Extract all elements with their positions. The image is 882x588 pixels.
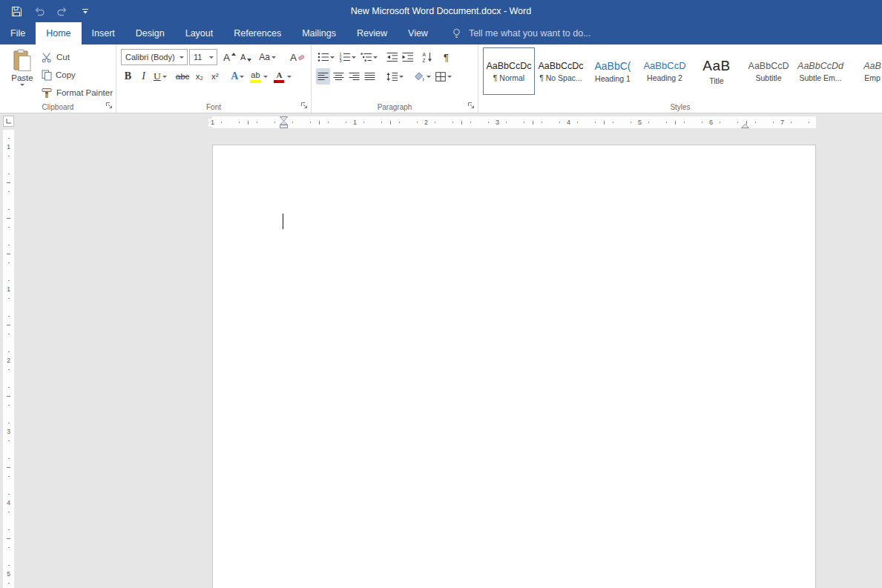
right-indent-marker[interactable] (741, 124, 749, 128)
style-preview: AaBbC( (594, 60, 631, 72)
paragraph-dialog-launcher-icon[interactable] (467, 102, 475, 110)
customize-quick-access-icon[interactable] (79, 4, 92, 18)
multilevel-list-button[interactable] (359, 49, 379, 65)
style-subtitle[interactable]: AaBbCcD Subtitle (743, 47, 794, 95)
style-title[interactable]: AaB Title (691, 47, 743, 95)
paragraph-row-2 (316, 67, 473, 85)
highlight-glyph: ab (251, 70, 260, 79)
clear-formatting-button[interactable]: A (289, 49, 306, 65)
bold-button[interactable]: B (121, 68, 135, 85)
change-case-dropdown-arrow (271, 56, 276, 59)
style-subtle-emphasis[interactable]: AaBbCcDd Subtle Em... (794, 47, 846, 95)
tell-me-box[interactable]: Tell me what you want to do... (450, 22, 591, 44)
highlight-color-button[interactable]: ab (247, 68, 269, 85)
style-heading-2[interactable]: AaBbCcD Heading 2 (639, 47, 691, 95)
font-color-button[interactable]: A (271, 68, 293, 85)
underline-button[interactable]: U (152, 68, 168, 85)
shading-dropdown-arrow (427, 76, 431, 78)
italic-button[interactable]: I (136, 68, 151, 85)
bullets-icon (317, 52, 329, 62)
style-label: Subtitle (755, 73, 781, 82)
clipboard-dialog-launcher-icon[interactable] (105, 102, 113, 110)
tab-stop-selector[interactable] (3, 116, 14, 127)
ruler-number: 7 (778, 119, 786, 127)
align-right-button[interactable] (347, 68, 361, 85)
redo-icon[interactable] (56, 4, 69, 18)
undo-icon[interactable] (33, 4, 46, 18)
copy-button[interactable]: Copy (42, 67, 113, 82)
tab-design[interactable]: Design (125, 22, 175, 44)
text-effects-button[interactable]: A (229, 68, 246, 85)
highlight-dropdown-arrow (263, 76, 268, 78)
paragraph-row-1: 123 AZ ¶ (316, 48, 473, 66)
styles-group-label: Styles (478, 103, 882, 111)
font-size-combo[interactable]: 11 (189, 49, 217, 65)
hanging-indent-marker[interactable] (280, 121, 288, 128)
save-icon[interactable] (10, 4, 23, 18)
borders-button[interactable] (434, 68, 453, 85)
decrease-indent-button[interactable] (385, 49, 399, 65)
tab-file[interactable]: File (0, 22, 36, 44)
tab-references[interactable]: References (223, 22, 292, 44)
font-group: Calibri (Body) 11 A A Aa A (116, 44, 312, 113)
font-name-combo[interactable]: Calibri (Body) (121, 49, 188, 65)
underline-dropdown-arrow (162, 76, 167, 78)
justify-button[interactable] (363, 68, 377, 85)
tab-mailings[interactable]: Mailings (292, 22, 346, 44)
grow-font-button[interactable]: A (222, 49, 237, 65)
title-bar: New Microsoft Word Document.docx - Word (0, 0, 882, 22)
pilcrow-glyph: ¶ (444, 52, 449, 63)
strikethrough-button[interactable]: abc (174, 68, 191, 85)
shading-button[interactable] (412, 68, 432, 85)
ruler-number: 2 (422, 119, 430, 127)
numbering-icon: 123 (339, 52, 350, 62)
text-effects-dropdown-arrow (240, 76, 244, 78)
vruler-number: 4 (3, 499, 14, 506)
cut-button[interactable]: Cut (42, 50, 113, 65)
font-size-value: 11 (194, 53, 206, 62)
style-no-spacing[interactable]: AaBbCcDc ¶ No Spac... (535, 47, 587, 95)
subscript-button[interactable]: x₂ (192, 68, 206, 85)
vertical-ruler[interactable]: 1 1 2 3 4 5 (3, 130, 14, 588)
superscript-glyph: x² (211, 72, 219, 81)
align-center-icon (333, 72, 344, 82)
bold-glyph: B (125, 70, 131, 82)
tab-home[interactable]: Home (36, 22, 81, 44)
increase-indent-icon (402, 52, 413, 62)
vruler-number: 2 (3, 357, 14, 364)
style-normal[interactable]: AaBbCcDc ¶ Normal (483, 47, 535, 95)
tab-review[interactable]: Review (346, 22, 398, 44)
paste-button[interactable]: Paste (6, 47, 39, 101)
clear-formatting-glyph: A (290, 52, 297, 63)
style-heading-1[interactable]: AaBbC( Heading 1 (587, 47, 639, 95)
tab-layout[interactable]: Layout (175, 22, 224, 44)
bullets-button[interactable] (316, 49, 336, 65)
show-hide-marks-button[interactable]: ¶ (439, 49, 453, 65)
tab-view[interactable]: View (398, 22, 438, 44)
align-left-button[interactable] (316, 68, 330, 85)
paste-dropdown-arrow[interactable] (20, 84, 24, 86)
sort-icon: AZ (422, 52, 433, 62)
tab-insert[interactable]: Insert (82, 22, 125, 44)
shrink-font-button[interactable]: A (239, 49, 253, 65)
bullets-dropdown-arrow (330, 56, 335, 59)
change-case-button[interactable]: Aa (257, 49, 277, 65)
font-group-label: Font (116, 103, 311, 111)
ruler-number: 6 (707, 119, 715, 127)
numbering-button[interactable]: 123 (338, 49, 358, 65)
format-painter-button[interactable]: Format Painter (42, 85, 113, 100)
document-page[interactable] (212, 145, 816, 588)
increase-indent-button[interactable] (401, 49, 415, 65)
text-cursor (283, 214, 283, 229)
sort-button[interactable]: AZ (421, 49, 435, 65)
style-emphasis[interactable]: AaB Emp (846, 47, 882, 95)
scissors-icon (42, 52, 53, 63)
horizontal-ruler[interactable]: 1 1 2 3 4 5 6 7 (212, 116, 816, 128)
font-dialog-launcher-icon[interactable] (300, 102, 309, 110)
align-center-button[interactable] (332, 68, 346, 85)
borders-icon (435, 72, 446, 82)
superscript-button[interactable]: x² (208, 68, 222, 85)
style-label: ¶ No Spac... (539, 73, 582, 82)
line-spacing-button[interactable] (384, 68, 405, 85)
word-window: New Microsoft Word Document.docx - Word … (0, 0, 882, 588)
